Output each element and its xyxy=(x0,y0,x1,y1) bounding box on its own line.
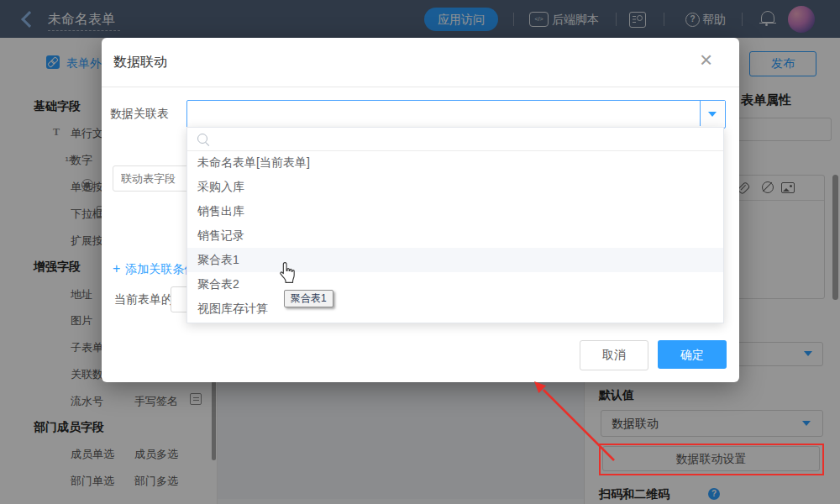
chevron-down-icon xyxy=(708,112,717,117)
add-condition-link[interactable]: +添加关联条件 xyxy=(113,261,196,277)
app-root: { "header": { "title": "未命名表单", "app_acc… xyxy=(0,0,840,504)
dropdown-option-hovered[interactable]: 聚合表1 xyxy=(187,248,723,272)
modal-header-divider xyxy=(102,87,739,87)
select-caret-button[interactable] xyxy=(700,101,725,126)
plus-icon: + xyxy=(113,261,120,276)
search-input[interactable] xyxy=(213,129,703,150)
hand-cursor xyxy=(278,261,297,284)
dropdown-option[interactable]: 采购入库 xyxy=(187,175,723,199)
current-form-label: 当前表单的 xyxy=(114,292,173,307)
linked-table-dropdown: 未命名表单[当前表单] 采购入库 销售出库 销售记录 聚合表1 聚合表2 视图库… xyxy=(186,127,724,323)
dropdown-option[interactable]: 未命名表单[当前表单] xyxy=(187,150,723,175)
search-icon xyxy=(197,134,207,144)
confirm-button[interactable]: 确定 xyxy=(658,340,727,369)
hover-tooltip: 聚合表1 xyxy=(284,290,333,307)
dropdown-option[interactable]: 销售出库 xyxy=(187,199,723,223)
cancel-button[interactable]: 取消 xyxy=(580,340,648,370)
dropdown-option[interactable]: 视图库存计算 xyxy=(187,297,723,321)
linked-table-label: 数据关联表 xyxy=(110,107,169,122)
red-highlight-box xyxy=(599,444,824,475)
dropdown-option[interactable]: 销售记录 xyxy=(187,223,723,248)
close-icon[interactable]: × xyxy=(700,50,712,69)
dropdown-option[interactable]: 聚合表2 xyxy=(187,272,723,297)
linked-table-select[interactable] xyxy=(186,100,726,129)
modal-title: 数据联动 xyxy=(113,54,167,71)
